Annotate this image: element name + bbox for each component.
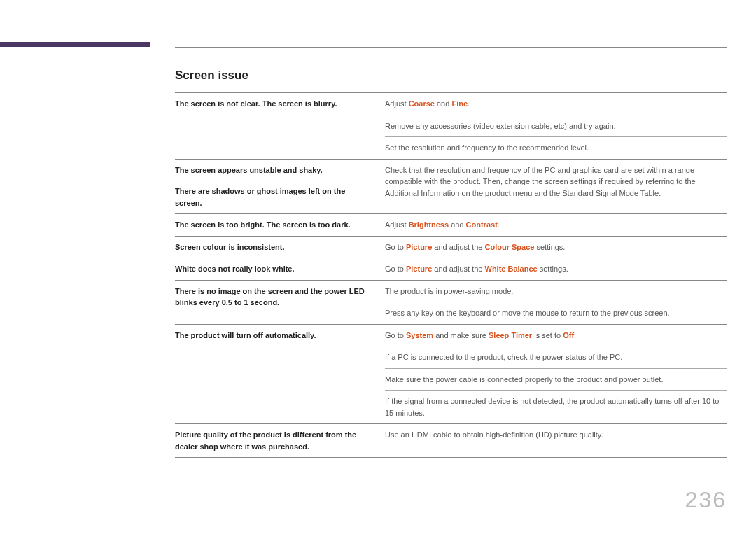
highlighted-term: Off <box>563 331 574 339</box>
accent-bar <box>0 42 150 47</box>
solution-text: Go to System and make sure Sleep Timer i… <box>385 324 727 346</box>
table-row: White does not really look white.Go to P… <box>175 258 727 281</box>
troubleshooting-table: The screen is not clear. The screen is b… <box>175 92 727 458</box>
issue-label: There is no image on the screen and the … <box>175 280 385 324</box>
solution-text: Go to Picture and adjust the Colour Spac… <box>385 236 727 258</box>
solution-text: Use an HDMI cable to obtain high-definit… <box>385 424 727 458</box>
solution-text: If the signal from a connected device is… <box>385 391 727 424</box>
issue-label: Screen colour is inconsistent. <box>175 236 385 258</box>
highlighted-term: System <box>406 331 433 339</box>
table-row: The screen appears unstable and shaky.Th… <box>175 159 727 214</box>
issue-label: The screen is too bright. The screen is … <box>175 214 385 237</box>
solution-text: Remove any accessories (video extension … <box>385 115 727 137</box>
issue-label: White does not really look white. <box>175 258 385 281</box>
highlighted-term: Picture <box>406 243 432 251</box>
issue-label: Picture quality of the product is differ… <box>175 424 385 458</box>
section-title: Screen issue <box>175 69 727 83</box>
issue-label: The screen appears unstable and shaky.Th… <box>175 159 385 214</box>
highlighted-term: Contrast <box>466 220 498 229</box>
table-row: Screen colour is inconsistent.Go to Pict… <box>175 236 727 258</box>
table-row: Picture quality of the product is differ… <box>175 424 727 458</box>
highlighted-term: Brightness <box>409 220 449 229</box>
solution-text: Make sure the power cable is connected p… <box>385 368 727 391</box>
solution-text: Set the resolution and frequency to the … <box>385 137 727 160</box>
page-number: 236 <box>685 487 727 513</box>
solution-text: The product is in power-saving mode. <box>385 280 727 302</box>
highlighted-term: Sleep Timer <box>489 331 532 339</box>
issue-label: The product will turn off automatically. <box>175 324 385 424</box>
solution-text: Go to Picture and adjust the White Balan… <box>385 258 727 281</box>
solution-text: If a PC is connected to the product, che… <box>385 346 727 369</box>
highlighted-term: Coarse <box>409 99 435 108</box>
highlighted-term: Picture <box>406 265 432 273</box>
solution-text: Press any key on the keyboard or move th… <box>385 302 727 325</box>
table-row: There is no image on the screen and the … <box>175 280 727 302</box>
highlighted-term: White Balance <box>485 265 538 273</box>
highlighted-term: Fine <box>451 99 468 108</box>
solution-text: Check that the resolution and frequency … <box>385 159 727 214</box>
solution-text: Adjust Brightness and Contrast. <box>385 214 727 237</box>
top-divider <box>175 47 727 48</box>
issue-label: The screen is not clear. The screen is b… <box>175 93 385 160</box>
content-area: Screen issue The screen is not clear. Th… <box>175 69 727 458</box>
highlighted-term: Colour Space <box>485 243 535 251</box>
table-row: The product will turn off automatically.… <box>175 324 727 346</box>
table-row: The screen is too bright. The screen is … <box>175 214 727 237</box>
table-row: The screen is not clear. The screen is b… <box>175 93 727 115</box>
solution-text: Adjust Coarse and Fine. <box>385 93 727 115</box>
